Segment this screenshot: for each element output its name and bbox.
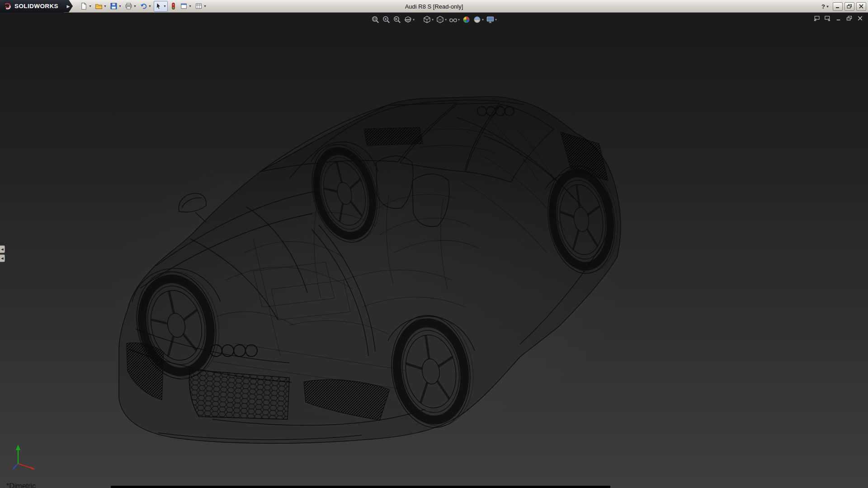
file-properties-button[interactable]: ▾ bbox=[179, 1, 193, 12]
previous-document-icon bbox=[813, 15, 820, 21]
zoom-to-fit-icon bbox=[371, 15, 380, 24]
options-table-icon bbox=[195, 2, 203, 10]
minimize-icon bbox=[835, 4, 840, 9]
edit-appearance-button[interactable] bbox=[461, 14, 472, 25]
undo-button[interactable]: ▾ bbox=[139, 1, 153, 12]
previous-view-button[interactable] bbox=[392, 14, 402, 25]
undo-dropdown-arrow[interactable]: ▾ bbox=[148, 4, 152, 8]
titlebar-toolbar: ▾ ▾ ▾ ▾ ▾ ▾ bbox=[79, 1, 208, 12]
print-icon bbox=[125, 2, 132, 10]
zoom-to-area-icon bbox=[382, 15, 391, 24]
document-minimize-button[interactable] bbox=[834, 14, 843, 22]
view-settings-button[interactable]: ▾ bbox=[485, 14, 498, 25]
print-dropdown-arrow[interactable]: ▾ bbox=[133, 4, 137, 8]
expand-panel-tab[interactable]: ◀ bbox=[0, 254, 5, 262]
save-dropdown-arrow[interactable]: ▾ bbox=[118, 4, 122, 8]
view-orientation-label: *Dimetric bbox=[6, 482, 36, 488]
document-close-icon bbox=[857, 15, 863, 21]
help-button[interactable]: ? ▾ bbox=[820, 3, 831, 10]
select-cursor-icon bbox=[155, 2, 162, 10]
next-document-button[interactable] bbox=[823, 14, 832, 22]
print-button[interactable]: ▾ bbox=[124, 1, 138, 12]
open-dropdown-arrow[interactable]: ▾ bbox=[103, 4, 107, 8]
apply-scene-button[interactable]: ▾ bbox=[472, 14, 485, 25]
apply-scene-dropdown-arrow[interactable]: ▾ bbox=[482, 18, 484, 22]
titlebar: SOLIDWORKS ▶ ▾ ▾ ▾ ▾ ▾ bbox=[0, 0, 868, 13]
restore-icon bbox=[847, 4, 852, 9]
document-close-button[interactable] bbox=[855, 14, 864, 22]
rebuild-button[interactable] bbox=[169, 1, 178, 12]
close-button[interactable] bbox=[856, 2, 866, 11]
undo-arrow-icon bbox=[140, 2, 147, 10]
close-icon bbox=[859, 4, 864, 9]
window-title: Audi R8 S [Read-only] bbox=[405, 0, 463, 13]
display-style-icon bbox=[436, 15, 444, 24]
options-dropdown-arrow[interactable]: ▾ bbox=[203, 4, 207, 8]
titlebar-window-controls: ? ▾ bbox=[820, 0, 866, 13]
zoom-to-area-button[interactable] bbox=[381, 14, 392, 25]
help-dropdown-arrow[interactable]: ▾ bbox=[826, 5, 830, 9]
options-button[interactable]: ▾ bbox=[194, 1, 208, 12]
open-document-button[interactable]: ▾ bbox=[94, 1, 108, 12]
document-window-controls bbox=[812, 14, 864, 22]
section-view-dropdown-arrow[interactable]: ▾ bbox=[413, 18, 415, 22]
zoom-to-fit-button[interactable] bbox=[370, 14, 381, 25]
file-properties-icon bbox=[180, 2, 188, 10]
open-folder-icon bbox=[95, 2, 103, 10]
restore-button[interactable] bbox=[844, 2, 854, 11]
solidworks-window: SOLIDWORKS ▶ ▾ ▾ ▾ ▾ ▾ bbox=[0, 0, 868, 488]
display-style-button[interactable]: ▾ bbox=[435, 14, 448, 25]
view-orientation-button[interactable]: ▾ bbox=[422, 14, 434, 25]
dassault-3ds-icon bbox=[4, 2, 12, 10]
minimize-button[interactable] bbox=[833, 2, 843, 11]
rebuild-stoplight-icon bbox=[170, 2, 177, 10]
apply-scene-icon bbox=[473, 15, 481, 24]
expand-panel-tab[interactable]: ◀ bbox=[0, 245, 5, 253]
select-button[interactable]: ▾ bbox=[154, 1, 168, 12]
feature-manager-collapsed-tabs: ◀ ◀ bbox=[0, 245, 5, 262]
graphics-viewport[interactable]: ▾ ▾ ▾ ▾ ▾ ▾ bbox=[0, 13, 868, 488]
headsup-view-toolbar: ▾ ▾ ▾ ▾ ▾ ▾ bbox=[370, 14, 498, 25]
file-properties-dropdown-arrow[interactable]: ▾ bbox=[188, 4, 192, 8]
document-minimize-icon bbox=[835, 15, 842, 21]
section-view-icon bbox=[404, 15, 412, 24]
hide-show-items-button[interactable]: ▾ bbox=[448, 14, 461, 25]
select-dropdown-arrow[interactable]: ▾ bbox=[163, 4, 167, 8]
view-orientation-dropdown-arrow[interactable]: ▾ bbox=[432, 18, 434, 22]
reference-triad[interactable] bbox=[11, 442, 44, 475]
new-dropdown-arrow[interactable]: ▾ bbox=[88, 4, 92, 8]
menu-expand-arrow[interactable]: ▶ bbox=[64, 0, 73, 13]
appearance-ball-icon bbox=[462, 15, 471, 24]
save-floppy-icon bbox=[110, 2, 118, 10]
view-settings-dropdown-arrow[interactable]: ▾ bbox=[495, 18, 497, 22]
help-label: ? bbox=[821, 3, 825, 10]
taskbar-peek-strip[interactable] bbox=[111, 486, 610, 488]
next-document-icon bbox=[824, 15, 831, 21]
solidworks-logo: SOLIDWORKS bbox=[0, 0, 64, 13]
document-restore-button[interactable] bbox=[844, 14, 854, 22]
eyeglasses-icon bbox=[449, 15, 458, 24]
previous-view-icon bbox=[393, 15, 401, 24]
previous-document-button[interactable] bbox=[812, 14, 821, 22]
car-wireframe bbox=[0, 13, 868, 488]
save-button[interactable]: ▾ bbox=[109, 1, 123, 12]
hide-show-dropdown-arrow[interactable]: ▾ bbox=[458, 18, 460, 22]
side-mirror bbox=[179, 193, 206, 212]
display-style-dropdown-arrow[interactable]: ▾ bbox=[445, 18, 447, 22]
view-orientation-cube-icon bbox=[423, 15, 431, 24]
new-document-icon bbox=[80, 2, 88, 10]
document-restore-icon bbox=[846, 15, 853, 21]
new-document-button[interactable]: ▾ bbox=[79, 1, 93, 12]
brand-text: SOLIDWORKS bbox=[14, 3, 58, 9]
section-view-button[interactable]: ▾ bbox=[403, 14, 415, 25]
view-settings-icon bbox=[486, 15, 495, 24]
front-grille bbox=[189, 370, 289, 419]
